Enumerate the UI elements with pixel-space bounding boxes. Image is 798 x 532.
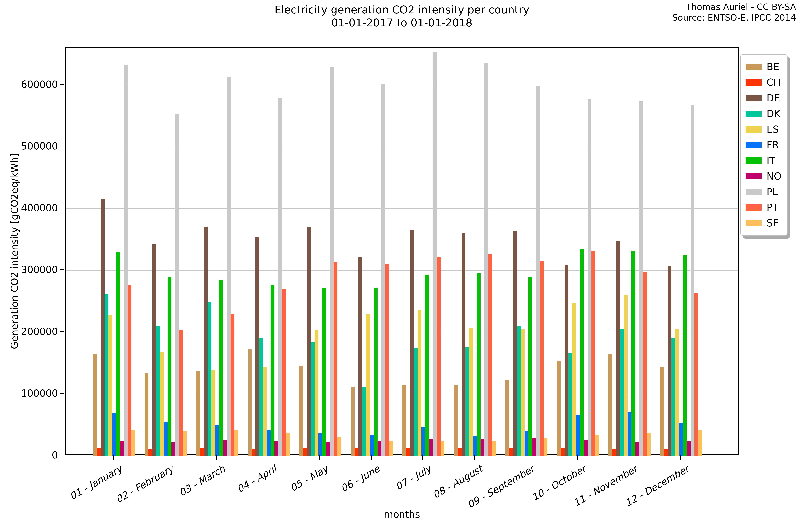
bar-dk-m10 xyxy=(568,353,572,456)
bar-no-m5 xyxy=(326,441,330,456)
bar-de-m5 xyxy=(307,227,311,456)
bar-pt-m3 xyxy=(231,314,234,456)
x-tick xyxy=(371,455,372,460)
bar-se-m10 xyxy=(595,435,599,456)
bar-fr-m7 xyxy=(421,427,425,456)
bar-fr-m3 xyxy=(215,425,219,456)
bar-pl-m1 xyxy=(124,65,128,456)
bar-pl-m11 xyxy=(639,101,643,456)
bar-ch-m4 xyxy=(251,449,255,456)
bar-ch-m9 xyxy=(509,448,513,456)
x-tick-label-wrap: 12 - December xyxy=(528,463,685,475)
bar-fr-m10 xyxy=(576,415,580,456)
bar-fr-m2 xyxy=(164,422,168,456)
bar-fr-m11 xyxy=(628,413,631,456)
bar-be-m9 xyxy=(506,380,509,456)
legend-item-pl: PL xyxy=(746,184,781,200)
legend-swatch-be xyxy=(746,64,762,70)
bar-se-m5 xyxy=(338,437,341,456)
bar-se-m3 xyxy=(234,430,238,456)
bar-be-m6 xyxy=(351,386,355,456)
bar-be-m7 xyxy=(402,385,406,456)
bar-ch-m10 xyxy=(561,448,565,456)
bar-ch-m1 xyxy=(97,448,101,456)
bar-pl-m8 xyxy=(484,63,488,456)
bar-ch-m8 xyxy=(458,448,461,456)
bar-es-m8 xyxy=(469,328,473,456)
chart-title: Electricity generation CO2 intensity per… xyxy=(65,3,739,29)
bar-pt-m1 xyxy=(128,285,131,456)
legend-item-fr: FR xyxy=(746,137,781,153)
chart-title-line1: Electricity generation CO2 intensity per… xyxy=(65,3,739,16)
bar-no-m10 xyxy=(584,440,588,456)
bar-it-m6 xyxy=(374,288,378,456)
legend-label-se: SE xyxy=(766,218,779,228)
bar-se-m7 xyxy=(440,441,444,456)
bar-pt-m7 xyxy=(437,258,440,456)
bar-no-m8 xyxy=(481,439,484,456)
bar-pl-m4 xyxy=(278,98,282,456)
bar-pl-m3 xyxy=(227,77,231,456)
bar-pt-m8 xyxy=(488,254,492,456)
bar-pt-m11 xyxy=(643,272,647,456)
bar-dk-m6 xyxy=(362,386,366,456)
bar-it-m1 xyxy=(116,252,120,456)
legend-swatch-no xyxy=(746,173,762,179)
attribution: Thomas Auriel - CC BY-SA Source: ENTSO-E… xyxy=(672,2,796,23)
bar-se-m8 xyxy=(492,441,496,456)
bar-de-m10 xyxy=(565,265,568,456)
legend-swatch-se xyxy=(746,220,762,226)
bar-se-m4 xyxy=(286,433,290,456)
x-tick xyxy=(216,455,217,460)
bar-es-m6 xyxy=(366,314,370,456)
bar-dk-m8 xyxy=(466,347,469,456)
bar-de-m11 xyxy=(616,241,620,456)
bar-be-m8 xyxy=(454,385,458,456)
y-tick xyxy=(59,146,64,147)
bar-fr-m6 xyxy=(370,435,374,456)
x-tick xyxy=(422,455,423,460)
legend-item-dk: DK xyxy=(746,106,781,121)
y-tick-label: 500000 xyxy=(5,141,58,152)
gridline-y-300000 xyxy=(65,270,738,271)
gridline-y-500000 xyxy=(65,147,738,147)
bar-ch-m6 xyxy=(355,448,358,456)
x-axis-label: months xyxy=(65,509,739,520)
bar-be-m1 xyxy=(93,355,97,456)
bar-fr-m9 xyxy=(525,431,528,456)
bar-dk-m3 xyxy=(208,302,211,456)
attribution-author: Thomas Auriel - CC BY-SA xyxy=(672,2,796,12)
bar-fr-m12 xyxy=(679,423,683,456)
legend-label-it: IT xyxy=(766,155,775,166)
bar-fr-m5 xyxy=(318,433,322,456)
bar-it-m4 xyxy=(271,285,274,456)
bar-pt-m5 xyxy=(334,262,338,456)
y-tick xyxy=(59,269,64,270)
attribution-source: Source: ENTSO-E, IPCC 2014 xyxy=(672,12,796,23)
legend-item-pt: PT xyxy=(746,200,781,215)
x-tick xyxy=(319,455,320,460)
legend-item-ch: CH xyxy=(746,75,781,90)
bar-pt-m9 xyxy=(540,261,544,456)
y-tick xyxy=(59,208,64,208)
plot-area xyxy=(65,48,739,455)
bar-dk-m11 xyxy=(620,329,624,456)
legend-label-pl: PL xyxy=(766,187,778,197)
legend-item-de: DE xyxy=(746,90,781,106)
legend-item-it: IT xyxy=(746,153,781,168)
bar-dk-m9 xyxy=(517,326,521,456)
bar-se-m9 xyxy=(544,438,548,456)
legend: BECHDEDKESFRITNOPLPTSE xyxy=(740,54,787,236)
bar-no-m7 xyxy=(429,439,433,456)
bar-no-m1 xyxy=(120,441,124,456)
bar-it-m8 xyxy=(477,273,481,456)
bar-be-m5 xyxy=(299,366,303,456)
bar-de-m2 xyxy=(152,244,156,456)
legend-swatch-pt xyxy=(746,204,762,211)
y-tick-label: 600000 xyxy=(5,79,58,90)
bar-de-m4 xyxy=(255,237,259,456)
bar-be-m4 xyxy=(248,349,251,456)
legend-item-no: NO xyxy=(746,168,781,184)
bar-be-m2 xyxy=(145,373,149,456)
gridline-y-100000 xyxy=(65,394,738,394)
